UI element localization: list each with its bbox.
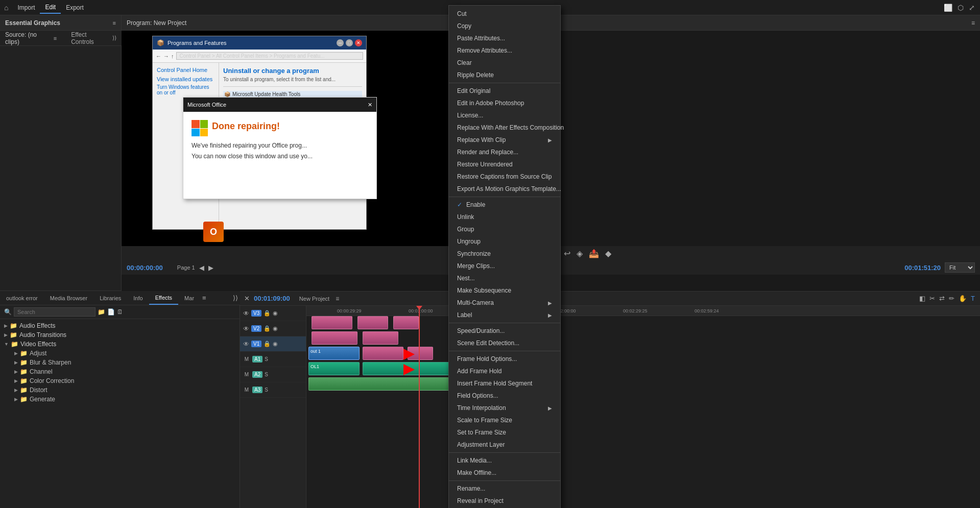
- ctx-insert-frame-hold[interactable]: Insert Frame Hold Segment: [449, 377, 560, 390]
- ctx-label[interactable]: Label ▶: [449, 309, 560, 321]
- clip-v2-2[interactable]: [363, 331, 398, 345]
- ctx-group[interactable]: Group: [449, 223, 560, 235]
- ctx-merge-clips[interactable]: Merge Clips...: [449, 260, 560, 272]
- ctx-restore-captions[interactable]: Restore Captions from Source Clip: [449, 171, 560, 183]
- clip-v3-3[interactable]: [393, 316, 419, 329]
- menu-edit[interactable]: Edit: [40, 2, 61, 14]
- ctx-restore-unrendered[interactable]: Restore Unrendered: [449, 158, 560, 171]
- tree-video-effects[interactable]: ▼ 📁 Video Effects: [2, 340, 237, 349]
- tab-media-browser[interactable]: Media Browser: [44, 292, 93, 304]
- tab-mar[interactable]: Mar: [178, 292, 200, 304]
- ctx-adjustment-layer[interactable]: Adjustment Layer: [449, 439, 560, 451]
- ctx-unlink[interactable]: Unlink: [449, 211, 560, 223]
- export-frame-btn[interactable]: 📤: [589, 249, 599, 258]
- ctx-reveal-project[interactable]: Reveal in Project: [449, 495, 560, 507]
- ctx-replace-ae[interactable]: Replace With After Effects Composition: [449, 122, 560, 134]
- effects-icon3[interactable]: 🗓: [117, 308, 123, 316]
- window-expand-icon[interactable]: ⤢: [969, 4, 975, 12]
- timeline-menu-icon[interactable]: ≡: [336, 295, 339, 302]
- ctx-remove-attributes[interactable]: Remove Attributes...: [449, 44, 560, 57]
- tree-channel[interactable]: ▶ 📁 Channel: [12, 367, 237, 376]
- menu-export[interactable]: Export: [61, 2, 89, 13]
- ms-dialog-close[interactable]: ✕: [368, 102, 372, 108]
- clip-a2-1[interactable]: [308, 377, 457, 391]
- tl-hand-btn[interactable]: ✋: [958, 294, 968, 303]
- add-marker-btn[interactable]: ◆: [605, 249, 611, 258]
- tl-track-select-btn[interactable]: ◧: [918, 294, 926, 303]
- track-a1-solo[interactable]: S: [265, 356, 268, 362]
- timeline-close-icon[interactable]: ✕: [244, 295, 250, 302]
- tree-distort[interactable]: ▶ 📁 Distort: [12, 385, 237, 395]
- win-minimize[interactable]: ─: [337, 39, 344, 46]
- page-prev-btn[interactable]: ◀: [199, 264, 204, 272]
- essential-graphics-menu-icon[interactable]: ≡: [113, 20, 116, 26]
- ctx-export-mgt[interactable]: Export As Motion Graphics Template...: [449, 183, 560, 195]
- track-v2-toggle[interactable]: ◉: [273, 325, 278, 332]
- effects-search-input[interactable]: [14, 307, 95, 317]
- window-icon-2[interactable]: ⬡: [958, 4, 964, 12]
- ctx-make-offline[interactable]: Make Offline...: [449, 467, 560, 479]
- ctx-make-subsequence[interactable]: Make Subsequence: [449, 284, 560, 297]
- clip-v2-1[interactable]: [312, 331, 357, 345]
- tree-color-correction[interactable]: ▶ 📁 Color Correction: [12, 376, 237, 385]
- ctx-cut[interactable]: Cut: [449, 8, 560, 20]
- ctx-edit-original[interactable]: Edit Original: [449, 85, 560, 97]
- tree-generate[interactable]: ▶ 📁 Generate: [12, 395, 237, 404]
- track-v1-toggle[interactable]: ◉: [273, 341, 278, 347]
- tab-libraries[interactable]: Libraries: [93, 292, 127, 304]
- page-next-btn[interactable]: ▶: [208, 264, 213, 272]
- effects-icon2[interactable]: 📄: [107, 308, 115, 316]
- track-v2-eye[interactable]: 👁: [243, 325, 249, 332]
- tl-razor-btn[interactable]: ✂: [928, 294, 936, 303]
- ctx-link-media[interactable]: Link Media...: [449, 454, 560, 467]
- tl-text-btn[interactable]: T: [970, 294, 976, 303]
- track-v3-lock[interactable]: 🔒: [264, 310, 271, 317]
- menu-import[interactable]: Import: [12, 2, 40, 13]
- clip-v3-2[interactable]: [357, 316, 388, 329]
- ctx-ripple-delete[interactable]: Ripple Delete: [449, 69, 560, 81]
- window-icon-1[interactable]: ⬜: [944, 4, 952, 12]
- ctx-nest[interactable]: Nest...: [449, 272, 560, 284]
- tree-adjust[interactable]: ▶ 📁 Adjust: [12, 349, 237, 358]
- track-a1-mute[interactable]: M: [243, 356, 250, 362]
- track-a2-solo[interactable]: S: [265, 372, 268, 377]
- ctx-time-interpolation[interactable]: Time Interpolation ▶: [449, 402, 560, 414]
- ctx-edit-photoshop[interactable]: Edit in Adobe Photoshop: [449, 97, 560, 109]
- loop-btn[interactable]: ↩: [564, 249, 570, 258]
- windows-features-link[interactable]: Turn Windows features on or off: [157, 84, 214, 95]
- tab-info[interactable]: Info: [127, 292, 149, 304]
- win-maximize[interactable]: □: [346, 39, 353, 46]
- ctx-render-replace[interactable]: Render and Replace...: [449, 146, 560, 158]
- clip-a1-1[interactable]: OL1: [308, 362, 360, 375]
- tabs-expand-icon[interactable]: ⟩⟩: [233, 294, 238, 302]
- ctx-add-frame-hold[interactable]: Add Frame Hold: [449, 365, 560, 377]
- tree-blur-sharpen[interactable]: ▶ 📁 Blur & Sharpen: [12, 358, 237, 367]
- ctx-clear[interactable]: Clear: [449, 57, 560, 69]
- ctx-frame-hold-options[interactable]: Frame Hold Options...: [449, 353, 560, 365]
- effects-new-bin-icon[interactable]: 📁: [98, 308, 105, 316]
- tree-audio-effects[interactable]: ▶ 📁 Audio Effects: [2, 321, 237, 330]
- ctx-speed-duration[interactable]: Speed/Duration...: [449, 325, 560, 337]
- ctx-scale-frame[interactable]: Scale to Frame Size: [449, 414, 560, 426]
- tab-outlook-error[interactable]: outlook error: [0, 292, 44, 304]
- tl-slip-btn[interactable]: ⇄: [938, 294, 946, 303]
- ctx-rename[interactable]: Rename...: [449, 482, 560, 495]
- tabs-more-icon[interactable]: ≡: [202, 294, 206, 302]
- tab-effects[interactable]: Effects: [149, 292, 178, 305]
- track-v3-eye[interactable]: 👁: [243, 310, 249, 317]
- track-v1-eye[interactable]: 👁: [243, 341, 249, 348]
- track-v2-lock[interactable]: 🔒: [264, 325, 271, 332]
- view-updates-link[interactable]: View installed updates: [157, 76, 214, 82]
- ctx-replace-clip[interactable]: Replace With Clip ▶: [449, 134, 560, 146]
- ctx-enable[interactable]: ✓ Enable: [449, 199, 560, 211]
- ctx-license[interactable]: License...: [449, 109, 560, 122]
- ctx-field-options[interactable]: Field Options...: [449, 390, 560, 402]
- ctx-scene-edit[interactable]: Scene Edit Detection...: [449, 337, 560, 349]
- track-v1-lock[interactable]: 🔒: [264, 341, 271, 347]
- clip-v1-2[interactable]: [363, 347, 403, 360]
- ctx-set-frame[interactable]: Set to Frame Size: [449, 426, 560, 439]
- track-a3-mute[interactable]: M: [243, 387, 250, 393]
- tl-pen-btn[interactable]: ✏: [948, 294, 955, 303]
- track-a3-solo[interactable]: S: [265, 387, 268, 393]
- ctx-synchronize[interactable]: Synchronize: [449, 248, 560, 260]
